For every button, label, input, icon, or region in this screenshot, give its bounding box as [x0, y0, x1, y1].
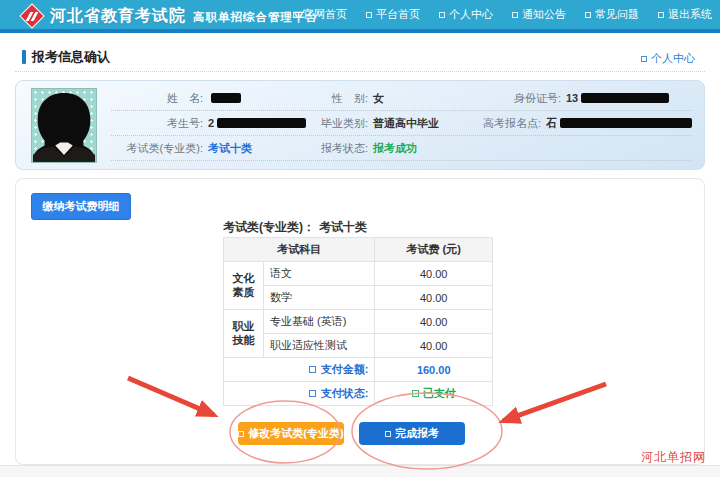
grad-type-label: 毕业类别:: [306, 116, 368, 131]
category-culture-cell: 文化素质: [224, 262, 264, 310]
fee-cell: 40.00: [375, 262, 493, 286]
nav-item-icon: [585, 12, 591, 18]
candidate-photo: [31, 88, 97, 163]
fee-table-title-value: 考试十类: [319, 220, 367, 234]
nav-item-personal-center[interactable]: 个人中心: [439, 7, 493, 22]
modify-button-icon: [238, 431, 244, 437]
profile-row-2: 考生号:2 毕业类别:普通高中毕业 高考报名点:石: [111, 111, 692, 136]
subject-cell: 数学: [263, 286, 375, 310]
col-subject-header: 考试科目: [224, 238, 375, 262]
candidate-no-value: 2: [208, 117, 214, 129]
nav-item-icon: [512, 12, 518, 18]
nav-item-icon: [366, 12, 372, 18]
total-label-cell: 支付金额:: [224, 358, 375, 382]
table-row: 数学 40.00: [224, 286, 493, 310]
redacted-name: [211, 93, 241, 103]
fee-table-title: 考试类(专业类)：考试十类: [223, 219, 367, 236]
gender-label: 性 别:: [306, 91, 368, 106]
paid-icon: [412, 390, 419, 397]
id-number-label: 身份证号:: [489, 91, 561, 106]
fee-cell: 40.00: [375, 310, 493, 334]
title-accent-bar: [22, 50, 26, 64]
pay-status-value-cell: 已支付: [375, 382, 493, 406]
col-fee-header: 考试费 (元): [375, 238, 493, 262]
candidate-fields: 姓 名: 性 别:女 身份证号:13 考生号:2 毕业类别:普通高中毕业 高考报…: [111, 86, 692, 161]
modify-exam-category-button[interactable]: 修改考试类(专业类): [238, 422, 344, 445]
personal-center-link-icon: [641, 56, 647, 62]
nav-item-notices[interactable]: 通知公告: [512, 7, 566, 22]
site-watermark: 河北单招网: [641, 449, 706, 466]
redacted-reg-point: [560, 118, 692, 128]
fee-table: 考试科目 考试费 (元) 文化素质 语文 40.00 数学 40.00 职业技能…: [223, 237, 493, 406]
pay-status-icon: [309, 390, 316, 397]
exam-category-label: 考试类(专业类):: [111, 141, 203, 156]
pay-status-label-cell: 支付状态:: [224, 382, 375, 406]
category-skill-cell: 职业技能: [224, 310, 264, 358]
reg-status-label: 报考状态:: [306, 141, 368, 156]
finish-button-icon: [385, 431, 391, 437]
total-row: 支付金额: 160.00: [224, 358, 493, 382]
fee-cell: 40.00: [375, 286, 493, 310]
brand-org-name: 河北省教育考试院: [50, 6, 186, 27]
candidate-silhouette: [32, 89, 96, 162]
header-nav: 官网首页 平台首页 个人中心 通知公告 常见问题 退出系统: [293, 0, 712, 29]
header-accent-strip: [0, 29, 720, 33]
hebei-exam-logo-icon: [20, 4, 44, 28]
reg-point-label: 高考报名点:: [469, 116, 541, 131]
candidate-info-card: 姓 名: 性 别:女 身份证号:13 考生号:2 毕业类别:普通高中毕业 高考报…: [15, 80, 705, 170]
brand: 河北省教育考试院 高职单招综合管理平台: [20, 3, 318, 29]
exam-category-value: 考试十类: [208, 141, 252, 156]
nav-item-logout[interactable]: 退出系统: [658, 7, 712, 22]
footer-strip: [0, 465, 720, 477]
redacted-candidate-no: [217, 118, 306, 128]
fee-cell: 40.00: [375, 334, 493, 358]
top-header: 河北省教育考试院 高职单招综合管理平台 官网首页 平台首页 个人中心 通知公告 …: [0, 0, 720, 33]
reg-status-value: 报考成功: [373, 141, 417, 156]
finish-registration-button[interactable]: 完成报考: [359, 422, 465, 445]
personal-center-link[interactable]: 个人中心: [641, 51, 695, 66]
page-title: 报考信息确认: [32, 48, 110, 66]
pay-amount-icon: [309, 366, 316, 373]
status-row: 支付状态: 已支付: [224, 382, 493, 406]
gender-value: 女: [373, 91, 384, 106]
fee-table-header-row: 考试科目 考试费 (元): [224, 238, 493, 262]
fee-table-title-label: 考试类(专业类)：: [223, 220, 315, 234]
nav-item-icon: [439, 12, 445, 18]
fee-panel: 缴纳考试费明细 考试类(专业类)：考试十类 考试科目 考试费 (元) 文化素质 …: [15, 178, 705, 465]
nav-item-platform-home[interactable]: 平台首页: [366, 7, 420, 22]
subject-cell: 职业适应性测试: [263, 334, 375, 358]
nav-item-official-home[interactable]: 官网首页: [293, 7, 347, 22]
nav-item-faq[interactable]: 常见问题: [585, 7, 639, 22]
id-number-value: 13: [566, 92, 578, 104]
pay-fee-detail-button[interactable]: 缴纳考试费明细: [31, 193, 131, 220]
total-value-cell: 160.00: [375, 358, 493, 382]
reg-point-value: 石: [546, 116, 557, 131]
subject-cell: 语文: [263, 262, 375, 286]
table-row: 职业技能 专业基础 (英语) 40.00: [224, 310, 493, 334]
grad-type-value: 普通高中毕业: [373, 116, 439, 131]
page-title-row: 报考信息确认 个人中心: [15, 45, 705, 72]
subject-cell: 专业基础 (英语): [263, 310, 375, 334]
table-row: 职业适应性测试 40.00: [224, 334, 493, 358]
candidate-no-label: 考生号:: [111, 116, 203, 131]
name-label: 姓 名:: [111, 91, 203, 106]
table-row: 文化素质 语文 40.00: [224, 262, 493, 286]
redacted-id-number: [581, 93, 669, 103]
nav-item-icon: [658, 12, 664, 18]
profile-row-3: 考试类(专业类):考试十类 报考状态:报考成功: [111, 136, 692, 161]
nav-item-icon: [293, 12, 299, 18]
profile-row-1: 姓 名: 性 别:女 身份证号:13: [111, 86, 692, 111]
